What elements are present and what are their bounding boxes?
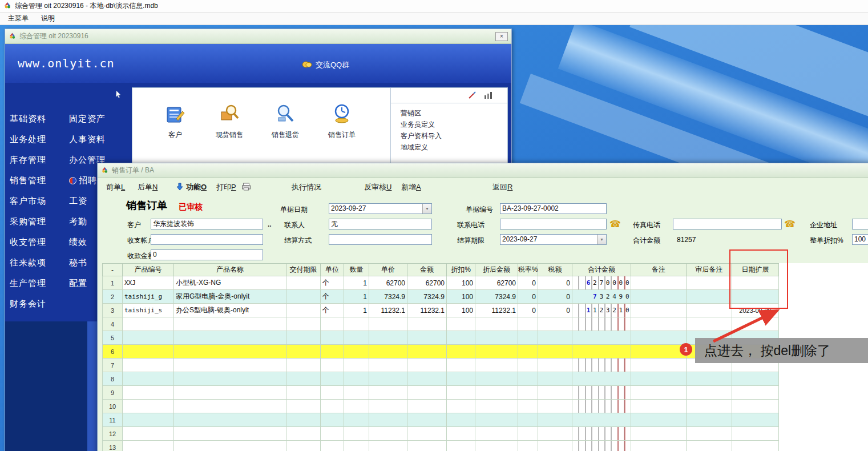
column-header[interactable]: 数量 [344, 264, 369, 276]
cell-code[interactable] [123, 317, 174, 331]
discount-input[interactable]: 100 [852, 234, 868, 245]
cell-due[interactable] [286, 276, 321, 290]
sidebar-item[interactable]: 固定资产 [69, 112, 128, 125]
cell-code[interactable]: taishiji_s [123, 304, 174, 317]
cell-remark[interactable] [631, 427, 687, 441]
sidebar-item[interactable]: 库存管理 [10, 154, 69, 166]
cell-no[interactable]: 1 [103, 276, 123, 290]
settle-input[interactable] [329, 234, 432, 245]
dropdown-icon[interactable]: ▼ [597, 235, 606, 244]
cell-no[interactable]: 2 [103, 290, 123, 304]
cell-remark[interactable] [631, 331, 687, 345]
cell-amount[interactable]: 11232.1 [407, 304, 447, 317]
cell-no[interactable]: 11 [103, 413, 123, 427]
column-header[interactable]: - [103, 264, 123, 276]
cell-discount[interactable] [447, 413, 475, 427]
cell-tax[interactable] [538, 413, 572, 427]
cell-due[interactable] [286, 345, 321, 359]
doc-date-input[interactable]: 2023-09-27▼ [329, 203, 432, 214]
cell-amount[interactable] [407, 441, 447, 451]
cell-qty[interactable] [344, 372, 369, 386]
cell-name[interactable]: 家用G型电脑-金奥-onlyit [174, 290, 286, 304]
cell-qty[interactable] [344, 317, 369, 331]
cell-unit[interactable] [321, 386, 344, 400]
phone-icon[interactable]: ☎ [609, 220, 621, 229]
cell-tax_rate[interactable] [518, 441, 538, 451]
cell-remark[interactable] [631, 304, 687, 317]
cell-amount[interactable] [407, 331, 447, 345]
cell-discount[interactable] [447, 359, 475, 372]
account-input[interactable] [151, 234, 263, 245]
cell-price[interactable]: 62700 [369, 276, 407, 290]
sidebar-item[interactable]: 收支管理 [10, 236, 69, 248]
cell-name[interactable] [174, 413, 286, 427]
cell-unit[interactable]: 个 [321, 290, 344, 304]
received-input[interactable]: 0 [151, 249, 263, 260]
cell-no[interactable]: 3 [103, 304, 123, 317]
cell-audit_remark[interactable] [687, 386, 732, 400]
cell-no[interactable]: 8 [103, 372, 123, 386]
column-header[interactable]: 金额 [407, 264, 447, 276]
cell-tax_rate[interactable] [518, 345, 538, 359]
cell-tax[interactable] [538, 317, 572, 331]
cell-unit[interactable] [321, 317, 344, 331]
cell-name[interactable] [174, 345, 286, 359]
column-header[interactable]: 单位 [321, 264, 344, 276]
cell-amount[interactable] [407, 372, 447, 386]
quick-list-item[interactable]: 业务员定义 [401, 120, 442, 131]
cell-amount[interactable] [407, 413, 447, 427]
shortcut-sales-return[interactable]: 销售退货 [261, 103, 309, 140]
cell-tax[interactable] [538, 427, 572, 441]
cell-amount[interactable] [407, 400, 447, 413]
cell-remark[interactable] [631, 276, 687, 290]
cell-audit_remark[interactable] [687, 413, 732, 427]
cell-amount[interactable] [407, 427, 447, 441]
cell-total_digits[interactable] [572, 359, 631, 372]
shortcut-sales-order[interactable]: 销售订单 [318, 103, 366, 140]
sidebar-item[interactable]: 往来款项 [10, 256, 69, 269]
sidebar-item[interactable]: 财务会计 [10, 297, 69, 310]
cell-due[interactable] [286, 386, 321, 400]
cell-name[interactable] [174, 317, 286, 331]
customer-input[interactable]: 华东捷波装饰 [151, 219, 263, 229]
quick-list-item[interactable]: 地域定义 [401, 143, 442, 154]
cell-tax[interactable]: 0 [538, 276, 572, 290]
toolbar-next-button[interactable]: 后单N [138, 182, 158, 192]
doc-no-input[interactable]: BA-23-09-27-0002 [500, 203, 607, 214]
cell-price[interactable] [369, 441, 407, 451]
cell-remark[interactable] [631, 386, 687, 400]
cell-due[interactable] [286, 290, 321, 304]
cell-discount[interactable] [447, 427, 475, 441]
browse-button[interactable]: .. [268, 220, 272, 228]
toolbar-print-button[interactable]: 打印P [216, 182, 236, 192]
cell-price[interactable] [369, 359, 407, 372]
cell-qty[interactable]: 1 [344, 304, 369, 317]
cell-code[interactable]: taishiji_g [123, 290, 174, 304]
sidebar-item[interactable]: 客户市场 [10, 195, 69, 207]
cell-total_digits[interactable] [572, 386, 631, 400]
toolbar-add-button[interactable]: 新增A [401, 182, 421, 192]
cell-price[interactable] [369, 386, 407, 400]
cell-name[interactable] [174, 427, 286, 441]
cell-name[interactable] [174, 359, 286, 372]
cell-date_ext[interactable] [732, 413, 779, 427]
cell-tax[interactable] [538, 400, 572, 413]
cell-amount[interactable] [407, 345, 447, 359]
cell-audit_remark[interactable] [687, 276, 732, 290]
cell-price[interactable] [369, 413, 407, 427]
fax-phone-icon[interactable]: ☎ [784, 220, 796, 229]
cell-no[interactable]: 6 [103, 345, 123, 359]
cell-due[interactable] [286, 317, 321, 331]
cell-discount[interactable] [447, 345, 475, 359]
website-link[interactable]: www.onlyit.cn [18, 57, 115, 70]
sidebar-item[interactable]: 人事资料 [69, 133, 128, 146]
toolbar-execution-button[interactable]: 执行情况 [292, 182, 321, 192]
quick-list-item[interactable]: 客户资料导入 [401, 131, 442, 143]
cell-tax_rate[interactable] [518, 317, 538, 331]
cell-discount[interactable] [447, 372, 475, 386]
cell-disc_amount[interactable]: 62700 [475, 276, 518, 290]
cell-tax[interactable] [538, 359, 572, 372]
sidebar-item[interactable]: 基础资料 [10, 112, 69, 125]
cell-price[interactable] [369, 372, 407, 386]
cell-discount[interactable] [447, 331, 475, 345]
